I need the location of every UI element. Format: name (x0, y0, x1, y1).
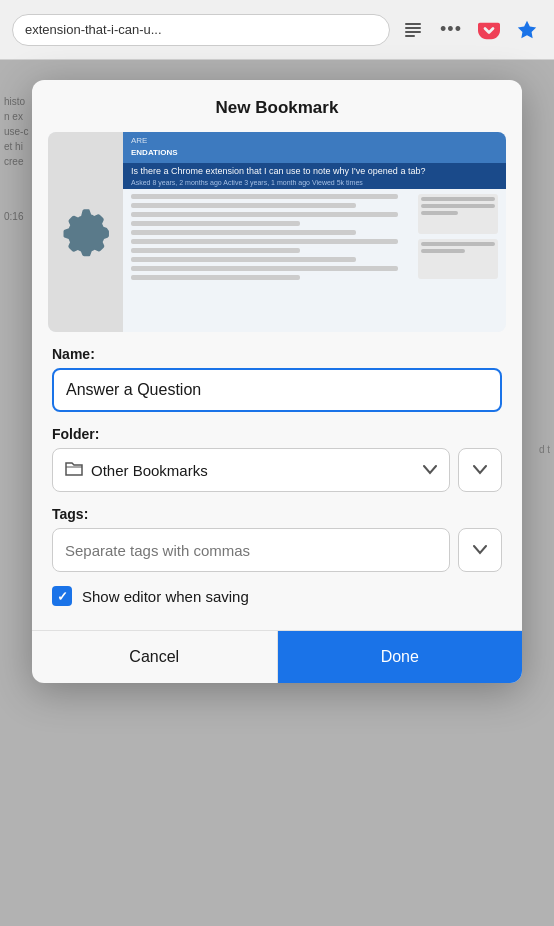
folder-group: Folder: Other Bookmarks (52, 426, 502, 492)
preview-line-10 (131, 275, 300, 280)
preview-line-5 (131, 230, 356, 235)
show-editor-checkbox[interactable]: ✓ (52, 586, 72, 606)
dialog-title: New Bookmark (32, 80, 522, 132)
form-area: Name: Folder: Other Bookmarks (32, 346, 522, 630)
checkmark-icon: ✓ (57, 589, 68, 604)
preview-right-content: ARE ENDATIONS Is there a Chrome extensio… (123, 132, 506, 332)
folder-extra-chevron-icon (473, 461, 487, 479)
done-button[interactable]: Done (278, 631, 523, 683)
preview-body (123, 189, 506, 332)
tags-group: Tags: (52, 506, 502, 572)
browser-chrome: extension-that-i-can-u... ••• (0, 0, 554, 60)
dots-icon: ••• (440, 19, 462, 40)
pocket-button[interactable] (474, 15, 504, 45)
preview-line-6 (131, 239, 398, 244)
tags-chevron-button[interactable] (458, 528, 502, 572)
preview-main-content (131, 194, 412, 327)
preview-sidebar-text-5 (421, 249, 465, 253)
preview-line-4 (131, 221, 300, 226)
folder-select-main[interactable]: Other Bookmarks (52, 448, 450, 492)
folder-icon (65, 460, 83, 480)
tags-input-container[interactable] (52, 528, 450, 572)
preview-sidebar-block-1 (418, 194, 498, 234)
address-bar-text: extension-that-i-can-u... (25, 22, 162, 37)
preview-favicon-area (48, 132, 123, 332)
preview-line-7 (131, 248, 300, 253)
preview-sidebar-text-2 (421, 204, 495, 208)
show-editor-label: Show editor when saving (82, 588, 249, 605)
tags-label: Tags: (52, 506, 502, 522)
svg-rect-0 (405, 23, 421, 25)
preview-sidebar-block-2 (418, 239, 498, 279)
folder-extra-button[interactable] (458, 448, 502, 492)
tags-chevron-down-icon (473, 541, 487, 559)
tags-row (52, 528, 502, 572)
svg-rect-1 (405, 27, 421, 29)
bookmark-star-button[interactable] (512, 15, 542, 45)
svg-rect-2 (405, 31, 421, 33)
preview-line-2 (131, 203, 356, 208)
preview-image: ARE ENDATIONS Is there a Chrome extensio… (48, 132, 506, 332)
preview-line-9 (131, 266, 398, 271)
preview-sidebar-text-1 (421, 197, 495, 201)
preview-line-3 (131, 212, 398, 217)
tags-input[interactable] (65, 542, 437, 559)
svg-rect-3 (405, 35, 415, 37)
preview-line-8 (131, 257, 356, 262)
preview-header-sub: ARE (131, 136, 498, 146)
modal-overlay: New Bookmark ARE ENDATIONS Is there a Ch… (0, 60, 554, 926)
preview-line-1 (131, 194, 398, 199)
show-editor-row: ✓ Show editor when saving (52, 586, 502, 606)
reader-mode-button[interactable] (398, 15, 428, 45)
preview-page-title-bar: Is there a Chrome extension that I can u… (123, 163, 506, 190)
preview-sidebar-text-4 (421, 242, 495, 246)
preview-header-title: ENDATIONS (131, 148, 498, 158)
more-options-button[interactable]: ••• (436, 15, 466, 45)
preview-area: ARE ENDATIONS Is there a Chrome extensio… (48, 132, 506, 332)
bookmark-dialog: New Bookmark ARE ENDATIONS Is there a Ch… (32, 80, 522, 683)
name-label: Name: (52, 346, 502, 362)
preview-page-title: Is there a Chrome extension that I can u… (131, 166, 498, 178)
gear-icon (58, 205, 113, 260)
preview-sidebar-text-3 (421, 211, 458, 215)
address-bar[interactable]: extension-that-i-can-u... (12, 14, 390, 46)
preview-meta: Asked 8 years, 2 months ago Active 3 yea… (131, 179, 498, 186)
name-group: Name: (52, 346, 502, 412)
dialog-buttons: Cancel Done (32, 630, 522, 683)
folder-label: Folder: (52, 426, 502, 442)
name-input[interactable] (52, 368, 502, 412)
folder-text: Other Bookmarks (91, 462, 415, 479)
preview-header: ARE ENDATIONS (123, 132, 506, 163)
cancel-button[interactable]: Cancel (32, 631, 278, 683)
folder-chevron-down-icon (423, 461, 437, 479)
folder-row: Other Bookmarks (52, 448, 502, 492)
preview-sidebar-content (418, 194, 498, 327)
